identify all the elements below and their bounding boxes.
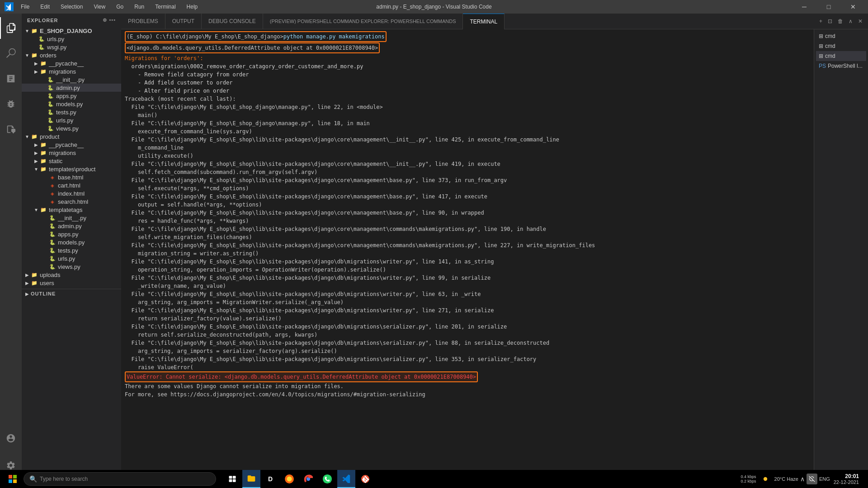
tab-output[interactable]: OUTPUT — [165, 14, 202, 29]
tb-line17: File "C:\file\django\My E_shop\E_shop\li… — [125, 242, 595, 249]
tree-models-orders[interactable]: 🐍 models.py — [22, 100, 121, 108]
tab-debug-console[interactable]: DEBUG CONSOLE — [202, 14, 263, 29]
tree-outline[interactable]: ▶ OUTLINE — [22, 289, 121, 297]
windows-start-button[interactable] — [4, 470, 22, 488]
tree-pycache-product[interactable]: ▶ 📁 __pycache__ — [22, 141, 121, 149]
maximize-panel-button[interactable]: ∧ — [847, 17, 854, 25]
kill-terminal-button[interactable]: 🗑 — [836, 17, 845, 25]
tray-weather-icon — [758, 470, 773, 488]
activity-accounts[interactable] — [0, 427, 22, 449]
tb-line25: File "C:\file\django\My E_shop\E_shop\li… — [125, 307, 494, 314]
tree-tests-product[interactable]: 🐍 tests.py — [22, 246, 121, 254]
close-panel-button[interactable]: ✕ — [856, 17, 864, 25]
activity-scm[interactable] — [0, 68, 22, 89]
tray-up-arrow[interactable]: ∧ — [800, 475, 805, 483]
powershell-icon: PS — [819, 63, 826, 69]
tree-init-orders[interactable]: 🐍 __init__.py — [22, 75, 121, 84]
tab-terminal[interactable]: TERMINAL — [463, 14, 505, 29]
file-label: apps.py — [58, 231, 79, 238]
activity-debug[interactable] — [0, 93, 22, 115]
menu-view[interactable]: View — [90, 4, 109, 10]
tree-root[interactable]: ▼ 📁 E_SHOP_DJANGO — [22, 27, 121, 35]
folder-label: users — [40, 280, 54, 286]
taskbar-vscode[interactable] — [337, 470, 355, 488]
tree-templatetags[interactable]: ▼ 📁 templatetags — [22, 206, 121, 214]
tree-views-product[interactable]: 🐍 views.py — [22, 263, 121, 271]
sidebar-header: EXPLORER ⊕ ••• — [22, 14, 121, 27]
tb-line12: output = self.handle(*args, **options) — [125, 202, 262, 208]
tb-line20: operation_string, operation_imports = Op… — [125, 267, 386, 273]
svg-rect-0 — [229, 476, 232, 479]
tb-line29: File "C:\file\django\My E_shop\E_shop\li… — [125, 340, 549, 346]
taskbar-task-view[interactable] — [223, 470, 241, 488]
menu-run[interactable]: Run — [131, 4, 148, 10]
taskbar-firefox[interactable] — [280, 470, 298, 488]
network-speed[interactable]: 0.4 kbps 0.2 kbps — [741, 474, 756, 483]
tree-item-urls-root[interactable]: 🐍 urls.py — [22, 35, 121, 43]
tree-templates-product[interactable]: ▼ 📁 templates\product — [22, 165, 121, 173]
menu-help[interactable]: Help — [183, 4, 202, 10]
tab-problems[interactable]: PROBLEMS — [121, 14, 165, 29]
tree-cart-html[interactable]: ◈ cart.html — [22, 181, 121, 189]
terminal-instance-cmd1[interactable]: ⊞ cmd — [816, 31, 866, 41]
taskbar-file-explorer[interactable] — [242, 470, 260, 488]
serialize-note1: There are some values Django cannot seri… — [125, 383, 344, 389]
tree-folder-product[interactable]: ▼ 📁 product — [22, 132, 121, 141]
svg-point-5 — [287, 477, 292, 482]
tree-urls-product[interactable]: 🐍 urls.py — [22, 254, 121, 263]
taskbar-search[interactable]: 🔍 Type here to search — [24, 472, 216, 486]
tree-base-html[interactable]: ◈ base.html — [22, 173, 121, 181]
minimize-button[interactable]: ─ — [794, 0, 815, 14]
close-button[interactable]: ✕ — [843, 0, 863, 14]
tray-network-icon[interactable] — [807, 474, 817, 484]
tab-powershell-explorer[interactable]: (PREVIEW) POWERSHELL COMMAND EXPLORER: P… — [263, 14, 463, 29]
taskbar-dell[interactable]: D — [261, 470, 279, 488]
terminal-content[interactable]: (E_shop) C:\file\django\My E_shop\E_shop… — [121, 29, 814, 478]
tree-folder-orders[interactable]: ▼ 📁 orders — [22, 51, 121, 59]
tree-apps-orders[interactable]: 🐍 apps.py — [22, 92, 121, 100]
maximize-button[interactable]: □ — [818, 0, 839, 14]
tree-models-product[interactable]: 🐍 models.py — [22, 238, 121, 246]
file-label: models.py — [56, 101, 83, 108]
menu-selection[interactable]: Selection — [57, 4, 86, 10]
new-terminal-button[interactable]: + — [817, 17, 824, 25]
more-options-icon[interactable]: ••• — [109, 17, 116, 23]
taskbar-whatsapp[interactable] — [318, 470, 336, 488]
tree-admin-product[interactable]: 🐍 admin.py — [22, 222, 121, 230]
menu-go[interactable]: Go — [113, 4, 127, 10]
tree-tests-orders[interactable]: 🐍 tests.py — [22, 108, 121, 116]
tree-search-html[interactable]: ◈ search.html — [22, 197, 121, 206]
new-file-icon[interactable]: ⊕ — [103, 17, 107, 23]
activity-explorer[interactable] — [0, 17, 22, 39]
svg-rect-2 — [229, 479, 232, 482]
split-terminal-button[interactable]: ⊡ — [826, 17, 834, 25]
menu-edit[interactable]: Edit — [37, 4, 53, 10]
tree-item-wsgi[interactable]: 🐍 wsgi.py — [22, 43, 121, 51]
tree-folder-users[interactable]: ▶ 📁 users — [22, 279, 121, 287]
menu-terminal[interactable]: Terminal — [151, 4, 179, 10]
menu-file[interactable]: File — [17, 4, 33, 10]
tree-static-product[interactable]: ▶ 📁 static — [22, 157, 121, 165]
terminal-instance-cmd3[interactable]: ⊞ cmd — [816, 51, 866, 61]
tree-folder-migrations-orders[interactable]: ▶ 📁 migrations — [22, 67, 121, 75]
tree-views-orders[interactable]: 🐍 views.py — [22, 124, 121, 132]
terminal-instance-cmd2[interactable]: ⊞ cmd — [816, 41, 866, 51]
terminal-tabs-bar: PROBLEMS OUTPUT DEBUG CONSOLE (PREVIEW) … — [121, 14, 868, 29]
terminal-instance-powershell[interactable]: PS PowerShell l... — [816, 61, 866, 71]
tree-urls-orders[interactable]: 🐍 urls.py — [22, 116, 121, 124]
tree-admin-orders[interactable]: 🐍 admin.py — [22, 84, 121, 92]
svg-point-9 — [763, 477, 767, 481]
tree-apps-product[interactable]: 🐍 apps.py — [22, 230, 121, 238]
tree-migrations-product[interactable]: ▶ 📁 migrations — [22, 149, 121, 157]
tree-index-html[interactable]: ◈ index.html — [22, 189, 121, 197]
taskbar-git[interactable] — [356, 470, 374, 488]
tree-folder-uploads[interactable]: ▶ 📁 uploads — [22, 271, 121, 279]
activity-extensions[interactable] — [0, 118, 22, 140]
tree-init-product[interactable]: 🐍 __init__.py — [22, 214, 121, 222]
tb-line22: _write(arg_name, arg_value) — [125, 283, 226, 289]
file-label: apps.py — [56, 93, 77, 99]
taskbar-chrome[interactable] — [299, 470, 317, 488]
tree-folder-pycache-orders[interactable]: ▶ 📁 __pycache__ — [22, 59, 121, 67]
activity-search[interactable] — [0, 42, 22, 64]
tb-line18: migration_string = writer.as_string() — [125, 250, 259, 257]
